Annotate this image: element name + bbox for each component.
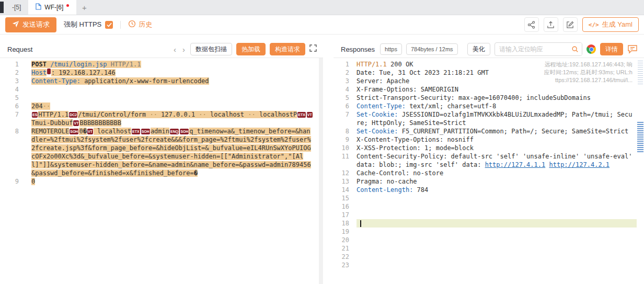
code-segment: F5_CURRENT_PARTITION=Common; Path=/; Sec… [398, 128, 628, 135]
code-segment: application/x-www-form-urlencoded [80, 77, 209, 85]
line-number: 9 [334, 135, 356, 144]
code-segment: http://127.4.2.1 [549, 161, 610, 168]
edit-button[interactable] [563, 17, 578, 32]
code-text: Host: 192.168.127.146 [31, 69, 319, 77]
code-line[interactable]: 4 [0, 85, 319, 94]
share-button[interactable] [524, 17, 539, 32]
search-button[interactable] [568, 43, 582, 55]
code-segment: q_timenow=a&_timenow_before=&handler=%2f… [31, 128, 311, 177]
code-line[interactable]: 22 [334, 253, 644, 261]
code-line[interactable]: 13Pragma: no-cache [334, 177, 644, 186]
code-text [356, 261, 644, 269]
code-line[interactable]: 19 [334, 228, 644, 236]
code-segment: Tmui-Dubbuf [31, 119, 73, 127]
code-line[interactable]: 16 [334, 202, 644, 211]
chevron-right-icon[interactable]: › [181, 46, 186, 53]
code-line[interactable]: 7Set-Cookie: JSESSIONID=ozlafg1mTMVKXkbk… [334, 110, 644, 127]
beautify-button[interactable]: 美化 [467, 43, 490, 55]
code-line[interactable]: 17 [334, 211, 644, 219]
chevron-left-icon[interactable]: ‹ [172, 46, 177, 53]
code-line[interactable]: 6Content-Type: text/xml; charset=utf-8 [334, 102, 644, 110]
code-text [356, 253, 644, 261]
code-segment: : 192.168.127.146 [51, 69, 116, 76]
force-https-label: 强制 HTTPS [64, 20, 101, 29]
code-line[interactable]: 3Content-Type: application/x-www-form-ur… [0, 77, 319, 85]
hot-reload-button[interactable]: 热加载 [236, 43, 266, 55]
code-line[interactable]: 14Content-Length: 784 [334, 186, 644, 194]
response-panel-header: Responses https 784bytes / 12ms 美化 详情 [334, 35, 644, 58]
code-icon: </> [589, 21, 599, 28]
construct-request-button[interactable]: 构造请求 [270, 43, 305, 55]
control-char-badge: ES [32, 112, 38, 118]
code-line[interactable]: 20 [334, 236, 644, 244]
code-segment: Content-Type: [31, 77, 80, 85]
code-line[interactable]: 15 [334, 194, 644, 202]
code-text: Content-Type: application/x-www-form-url… [31, 77, 319, 85]
code-line[interactable]: 5Strict-Transport-Security: max-age=1607… [334, 94, 644, 102]
code-text: Date: Tue, 31 Oct 2023 21:18:21 GMT [356, 69, 644, 77]
chrome-icon[interactable] [586, 44, 596, 54]
code-segment: X-Content-Type-Options: nosniff [356, 136, 474, 143]
packet-scan-button[interactable]: 数据包扫描 [190, 43, 232, 55]
code-line[interactable]: 1POST /tmui/login.jsp HTTP/1.1 [0, 60, 319, 69]
minimap[interactable] [637, 58, 644, 284]
share-icon [527, 21, 535, 29]
code-line[interactable]: 4X-Frame-Options: SAMEORIGIN [334, 85, 644, 94]
code-text: Content-Type: text/xml; charset=utf-8 [356, 102, 644, 110]
new-tab-button[interactable]: + [76, 0, 92, 15]
search-input[interactable] [495, 46, 568, 53]
code-line[interactable]: 23 [334, 261, 644, 269]
code-line[interactable]: 2Host: 192.168.127.146 [0, 69, 319, 77]
response-search [494, 42, 582, 56]
code-text [356, 228, 644, 236]
request-editor[interactable]: 1POST /tmui/login.jsp HTTP/1.12Host: 192… [0, 58, 319, 284]
code-text: Set-Cookie: JSESSIONID=ozlafg1mTMVKXkbk4… [356, 110, 644, 127]
code-line[interactable]: 5 [0, 94, 319, 102]
send-request-button[interactable]: 发送请求 [5, 17, 56, 32]
line-number: 11 [334, 152, 356, 169]
force-https-checkbox[interactable] [105, 21, 113, 29]
code-text [356, 202, 644, 211]
export-button[interactable] [544, 17, 558, 32]
code-line[interactable]: 12Cache-Control: no-store [334, 169, 644, 177]
code-text: Pragma: no-cache [356, 177, 644, 186]
code-line[interactable]: 3Server: Apache [334, 77, 644, 85]
history-button[interactable]: 历史 [128, 20, 152, 29]
code-text [356, 219, 644, 228]
protocol-tag: https [380, 43, 402, 55]
generate-yaml-button[interactable]: </> 生成 Yaml [582, 17, 639, 32]
code-line[interactable]: 18 [334, 219, 644, 228]
line-number: 6 [0, 102, 31, 110]
code-text: REMOTEROLESOH0�VT localhostETXSOHadminEN… [31, 127, 319, 177]
code-line[interactable]: 21 [334, 244, 644, 253]
code-line[interactable]: 1HTTP/1.1 200 OK [334, 60, 644, 69]
code-text: Cache-Control: no-store [356, 169, 644, 177]
code-line[interactable]: 8Set-Cookie: F5_CURRENT_PARTITION=Common… [334, 127, 644, 135]
code-line[interactable]: 6204·· [0, 102, 319, 110]
toolbar-divider [120, 21, 121, 29]
code-segment: HTTP/1.1 [38, 111, 68, 118]
code-line[interactable]: 9X-Content-Type-Options: nosniff [334, 135, 644, 144]
code-segment: Host [31, 69, 47, 76]
tab-prev[interactable]: -[5] [5, 0, 28, 15]
code-line[interactable]: 10X-XSS-Protection: 1; mode=block [334, 144, 644, 152]
tab-current[interactable]: WF-[6] [28, 0, 76, 15]
code-line[interactable]: 11Content-Security-Policy: default-src '… [334, 152, 644, 169]
response-editor[interactable]: 1HTTP/1.1 200 OK2Date: Tue, 31 Oct 2023 … [334, 58, 644, 284]
control-char-badge: VT [73, 120, 79, 126]
code-line[interactable]: 90 [0, 177, 319, 186]
force-https-group: 强制 HTTPS [64, 20, 113, 29]
panel-splitter[interactable] [323, 35, 334, 284]
request-scrollbar[interactable] [319, 58, 323, 284]
code-line[interactable]: 8REMOTEROLESOH0�VT localhostETXSOHadminE… [0, 127, 319, 177]
code-line[interactable]: 7ESHTTP/1.1DC2/tmui/Control/form ·· 127.… [0, 110, 319, 127]
response-editor-wrap: 1HTTP/1.1 200 OK2Date: Tue, 31 Oct 2023 … [334, 58, 644, 284]
line-number: 7 [0, 110, 31, 127]
file-icon [36, 3, 41, 12]
annotation-button[interactable] [627, 44, 638, 54]
fullscreen-icon[interactable] [309, 44, 317, 54]
detail-button[interactable]: 详情 [600, 43, 623, 55]
code-segment: 127.0.0.1 [161, 111, 195, 118]
request-panel-header: Request ‹ › 数据包扫描 热加载 构造请求 [0, 35, 323, 58]
code-line[interactable]: 2Date: Tue, 31 Oct 2023 21:18:21 GMT [334, 69, 644, 77]
